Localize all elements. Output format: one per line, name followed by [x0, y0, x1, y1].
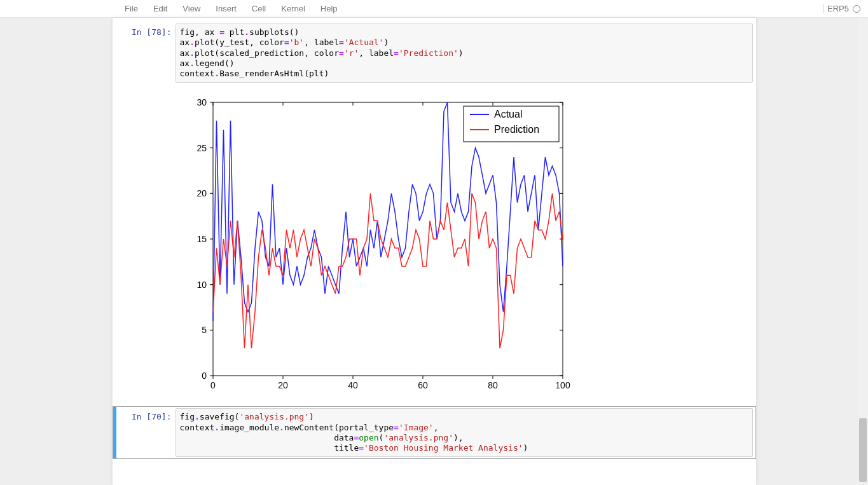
input-prompt: In [78]:: [116, 24, 176, 83]
menu-cell[interactable]: Cell: [244, 1, 273, 16]
svg-text:0: 0: [202, 371, 207, 381]
kernel-indicator: ERP5: [823, 4, 860, 13]
menu-insert[interactable]: Insert: [208, 1, 244, 16]
code-input[interactable]: fig.savefig('analysis.png') context.imag…: [176, 408, 753, 457]
svg-text:40: 40: [348, 380, 358, 390]
scrollbar-thumb[interactable]: [859, 418, 867, 482]
svg-text:25: 25: [196, 143, 207, 153]
svg-text:80: 80: [488, 380, 498, 390]
notebook-container[interactable]: In [78]: fig, ax = plt.subplots() ax.plo…: [113, 18, 756, 485]
kernel-idle-icon: [853, 5, 860, 13]
svg-text:10: 10: [196, 280, 207, 290]
input-prompt: In [70]:: [116, 408, 176, 457]
code-cell[interactable]: In [70]: fig.savefig('analysis.png') con…: [113, 406, 756, 459]
menu-help[interactable]: Help: [313, 1, 345, 16]
svg-text:Prediction: Prediction: [494, 124, 539, 135]
svg-text:15: 15: [196, 234, 207, 244]
menubar: FileEditViewInsertCellKernelHelp ERP5: [0, 0, 868, 18]
cell-output: 020406080100051015202530ActualPrediction: [113, 86, 756, 405]
svg-rect-0: [213, 102, 563, 376]
kernel-name: ERP5: [827, 4, 849, 13]
svg-text:0: 0: [210, 380, 216, 390]
code-input[interactable]: fig, ax = plt.subplots() ax.plot(y_test,…: [176, 24, 753, 83]
menu-view[interactable]: View: [175, 1, 208, 16]
menu-edit[interactable]: Edit: [146, 1, 175, 16]
svg-text:5: 5: [202, 325, 207, 336]
svg-text:100: 100: [555, 380, 570, 390]
line-chart: 020406080100051015202530ActualPrediction: [175, 90, 756, 401]
svg-text:60: 60: [418, 380, 428, 390]
svg-text:20: 20: [278, 380, 288, 390]
scrollbar[interactable]: [858, 18, 868, 485]
menu-file[interactable]: File: [117, 1, 146, 16]
menu-kernel[interactable]: Kernel: [273, 1, 313, 16]
svg-text:30: 30: [196, 97, 207, 107]
code-cell[interactable]: In [78]: fig, ax = plt.subplots() ax.plo…: [113, 22, 756, 85]
svg-text:Actual: Actual: [494, 109, 522, 120]
svg-text:20: 20: [196, 189, 207, 199]
